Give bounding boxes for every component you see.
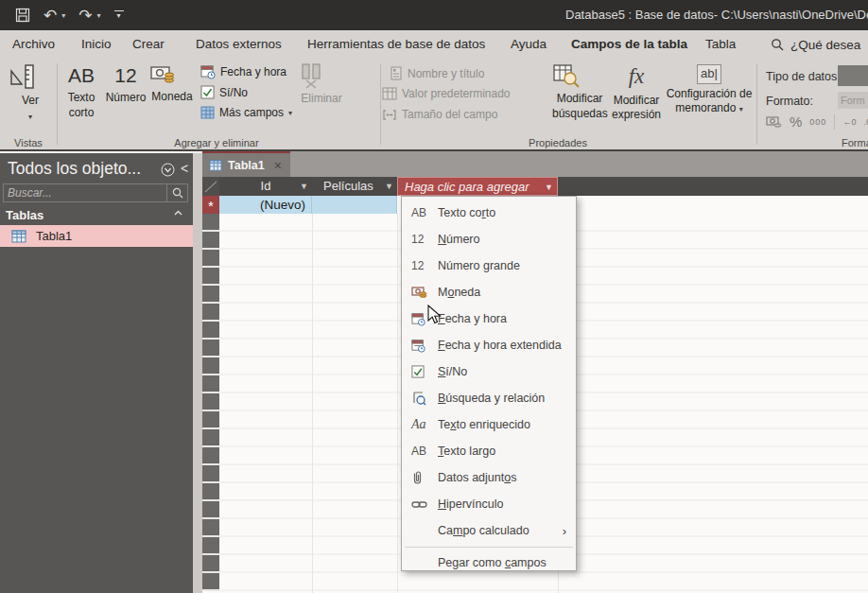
menu-item-hipervinculo[interactable]: Hipervínculo (402, 491, 576, 517)
yes-no-button[interactable]: Sí/No (200, 85, 248, 99)
redo-dropdown-icon[interactable]: ▾ (97, 11, 101, 20)
menu-item-campo-calculado[interactable]: Campo calculado › (402, 517, 576, 544)
nav-pane-title[interactable]: Todos los objeto... (8, 159, 141, 179)
nav-item-tabla1[interactable]: Tabla1 (0, 225, 193, 247)
tell-me-search[interactable]: ¿Qué desea (771, 30, 860, 59)
undo-dropdown-icon[interactable]: ▾ (61, 11, 65, 20)
menu-item-texto-corto[interactable]: AB Texto corto (402, 200, 576, 226)
row-selector[interactable] (202, 555, 219, 573)
menu-item-si-no[interactable]: Sí/No (402, 358, 576, 385)
tab-herramientas[interactable]: Herramientas de base de datos (304, 30, 488, 59)
thousands-separator-icon[interactable]: 000 (809, 117, 826, 127)
row-selector[interactable] (202, 375, 219, 393)
nav-menu-icon[interactable] (161, 163, 175, 177)
tab-inicio[interactable]: Inicio (78, 30, 114, 59)
long-text-icon: AB (411, 445, 438, 458)
add-field-dropdown-icon[interactable]: ▼ (545, 178, 553, 197)
row-selector[interactable] (202, 358, 219, 375)
menu-item-texto-largo[interactable]: AB Texto largo (402, 438, 576, 464)
apply-currency-icon[interactable] (766, 115, 782, 129)
row-selector[interactable] (202, 286, 219, 304)
row-selector[interactable] (202, 268, 219, 286)
modify-expression-button[interactable]: fx Modificar expresión (609, 61, 664, 123)
save-icon[interactable] (15, 8, 30, 23)
tab-datos-externos[interactable]: Datos externos (193, 30, 285, 59)
filter-dropdown-icon[interactable]: ▼ (300, 177, 308, 196)
row-selector[interactable] (202, 411, 219, 429)
document-tab-tabla1[interactable]: Tabla1 × (202, 151, 290, 177)
column-header-add-field[interactable]: Haga clic para agregar ▼ (397, 177, 558, 196)
decrease-decimals-icon[interactable]: ←0 (842, 117, 856, 127)
modify-lookups-button[interactable]: Modificar búsquedas (552, 61, 607, 121)
nav-section-tablas[interactable]: Tablas (0, 205, 193, 225)
default-value-button[interactable]: Valor predeterminado (382, 87, 511, 100)
menu-item-texto-enriquecido[interactable]: Aa Texto enriquecido (402, 411, 576, 438)
delete-label: Eliminar (301, 92, 341, 105)
row-selector[interactable] (202, 232, 219, 250)
fx-icon: fx (609, 62, 664, 91)
menu-item-datos-adjuntos[interactable]: Datos adjuntos (402, 464, 576, 491)
shutter-collapse-icon[interactable]: < (181, 161, 188, 176)
memo-settings-button[interactable]: ab| Configuración de memorando ▾ (666, 61, 753, 116)
currency-button[interactable]: Moneda (149, 61, 195, 105)
menu-item-numero[interactable]: 12 Número (402, 226, 576, 253)
cell-peliculas-new[interactable] (312, 196, 397, 214)
menu-item-fecha-extendida[interactable]: Fecha y hora extendida (402, 332, 576, 358)
menu-item-busqueda-relacion[interactable]: Búsqueda y relación (402, 385, 576, 411)
quick-access-toolbar: ↶▾ ↷▾ ▾ (0, 0, 124, 30)
hyperlink-icon (411, 499, 438, 510)
increase-decimals-icon[interactable]: .00 (863, 117, 868, 127)
filter-dropdown-icon[interactable]: ▼ (385, 177, 393, 196)
number-button[interactable]: 12 Número (102, 61, 149, 106)
table-icon (209, 160, 222, 171)
search-input[interactable] (4, 184, 166, 201)
delete-button[interactable]: Eliminar (297, 61, 346, 107)
view-button[interactable]: Ver ▾ (8, 61, 53, 123)
tab-archivo[interactable]: Archivo (9, 30, 58, 59)
row-selector[interactable] (202, 340, 219, 358)
collapse-section-icon[interactable] (173, 208, 183, 218)
row-selector[interactable] (202, 304, 219, 322)
row-selector[interactable] (202, 322, 219, 340)
row-selector[interactable] (202, 537, 219, 555)
tab-campos-de-la-tabla[interactable]: Campos de la tabla (568, 30, 690, 61)
field-size-button[interactable]: Tamaño del campo (382, 108, 497, 121)
more-fields-button[interactable]: Más campos ▾ (200, 106, 292, 119)
redo-button[interactable]: ↷ (78, 8, 92, 24)
new-record-selector[interactable]: * (202, 196, 219, 214)
row-selector[interactable] (202, 429, 219, 447)
select-all-cell[interactable] (202, 177, 219, 196)
tab-crear[interactable]: Crear (130, 30, 167, 59)
short-text-button[interactable]: AB Texto corto (61, 61, 102, 120)
nav-search-icon[interactable] (166, 184, 187, 201)
menu-item-numero-grande[interactable]: 12 Número grande (402, 253, 576, 279)
row-selector[interactable] (202, 573, 219, 591)
format-input[interactable]: Form (838, 92, 868, 109)
date-time-button[interactable]: Fecha y hora (200, 64, 286, 79)
tab-ayuda[interactable]: Ayuda (508, 30, 549, 59)
menu-item-pegar-como-campos[interactable]: Pegar como campos (402, 550, 576, 575)
row-selector[interactable] (202, 214, 219, 232)
row-selector[interactable] (202, 501, 219, 519)
customize-qat-icon[interactable]: ▾ (114, 10, 124, 20)
row-selector[interactable] (202, 250, 219, 268)
tab-tabla[interactable]: Tabla (703, 30, 738, 59)
row-selector[interactable] (202, 483, 219, 501)
row-selector[interactable] (202, 447, 219, 465)
column-header-peliculas[interactable]: Películas ▼ (312, 177, 397, 196)
name-caption-button[interactable]: Nombre y título (390, 66, 484, 80)
table-row[interactable] (202, 573, 868, 591)
undo-button[interactable]: ↶ (43, 8, 57, 24)
yes-no-icon (411, 365, 438, 378)
column-header-id[interactable]: Id ▼ (219, 177, 312, 196)
yes-no-label: Sí/No (219, 86, 248, 99)
pane-divider[interactable] (193, 153, 202, 593)
cell-id-new[interactable]: (Nuevo) (219, 196, 312, 214)
menu-item-moneda[interactable]: Moneda (402, 279, 576, 305)
data-type-select[interactable] (838, 65, 868, 86)
close-icon[interactable]: × (274, 158, 282, 173)
row-selector[interactable] (202, 465, 219, 483)
percent-icon[interactable]: % (790, 113, 802, 130)
row-selector[interactable] (202, 393, 219, 411)
row-selector[interactable] (202, 519, 219, 537)
